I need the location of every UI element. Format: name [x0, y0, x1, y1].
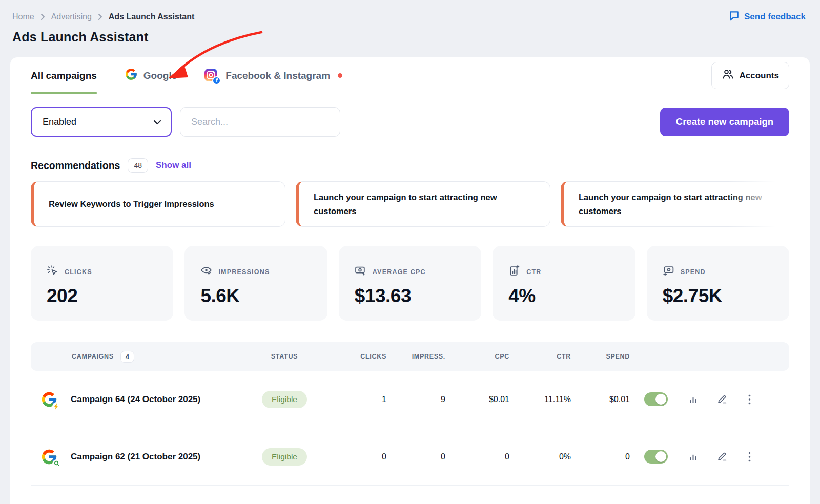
- metric-label: SPEND: [681, 268, 706, 276]
- ads-launch-assistant-screen: Home Advertising Ads Launch Assistant Se…: [0, 0, 820, 504]
- spend-value: 0: [574, 452, 633, 461]
- tab-facebook-label: Facebook & Instagram: [225, 70, 330, 81]
- tab-facebook-instagram[interactable]: f Facebook & Instagram: [204, 57, 342, 94]
- top-bar: Home Advertising Ads Launch Assistant Se…: [0, 0, 820, 24]
- header-campaigns: CAMPAIGNS: [72, 353, 114, 360]
- tab-google-label: Google: [144, 70, 177, 81]
- cursor-click-icon: [47, 265, 58, 279]
- header-clicks: CLICKS: [318, 353, 389, 360]
- recommendation-cards: Review Keywords to Trigger Impressions L…: [31, 181, 789, 227]
- recommendation-text: Review Keywords to Trigger Impressions: [49, 197, 214, 211]
- show-all-link[interactable]: Show all: [156, 160, 191, 171]
- metric-label: IMPRESSIONS: [218, 268, 270, 276]
- campaigns-count-badge: 4: [120, 351, 134, 363]
- metric-value: $13.63: [355, 285, 481, 307]
- ctr-value: 11.11%: [512, 395, 574, 404]
- impressions-value: 0: [389, 452, 448, 461]
- recommendation-text: Launch your campaign to start attracting…: [579, 191, 789, 218]
- edit-pencil-icon[interactable]: [707, 451, 737, 462]
- ctr-value: 0%: [512, 452, 574, 461]
- breadcrumb-advertising[interactable]: Advertising: [51, 12, 92, 22]
- search-input[interactable]: [180, 107, 340, 137]
- metric-value: 5.6K: [200, 285, 327, 307]
- metric-value: 202: [47, 285, 173, 307]
- metric-value: 4%: [508, 285, 635, 307]
- magnifier-icon: [52, 459, 61, 468]
- metric-card-average-cpc: AVERAGE CPC $13.63: [339, 246, 481, 321]
- metrics-row: CLICKS 202 IMPRESSIONS 5.6K: [31, 246, 789, 321]
- metric-label: CTR: [526, 268, 541, 276]
- recommendations-count-badge: 48: [128, 158, 148, 173]
- recommendation-card[interactable]: Review Keywords to Trigger Impressions: [31, 181, 285, 227]
- tab-all-campaigns-label: All campaigns: [31, 70, 97, 81]
- campaign-name[interactable]: Campaign 64 (24 October 2025): [71, 394, 200, 405]
- impressions-value: 9: [389, 395, 448, 404]
- money-cursor-icon: [355, 265, 366, 279]
- tabs-row: All campaigns Google f Facebook & Instag…: [31, 57, 789, 94]
- campaigns-panel: All campaigns Google f Facebook & Instag…: [10, 57, 810, 504]
- kebab-menu-icon[interactable]: [737, 394, 762, 405]
- clicks-value: 1: [318, 395, 389, 404]
- breadcrumb: Home Advertising Ads Launch Assistant: [12, 12, 194, 22]
- header-impressions: IMPRESS.: [389, 353, 448, 360]
- recommendation-text: Launch your campaign to start attracting…: [314, 191, 535, 218]
- metric-card-spend: SPEND $2.75K: [647, 246, 789, 321]
- metric-value: $2.75K: [663, 285, 789, 307]
- header-ctr: CTR: [512, 353, 574, 360]
- people-icon: [722, 68, 734, 83]
- status-badge: Eligible: [262, 448, 307, 466]
- table-row: Campaign 64 (24 October 2025) Eligible 1…: [31, 371, 789, 428]
- clicks-value: 0: [318, 452, 389, 461]
- accounts-button[interactable]: Accounts: [711, 62, 789, 89]
- chevron-down-icon: [153, 117, 161, 128]
- status-badge: Eligible: [262, 391, 307, 408]
- send-feedback-button[interactable]: Send feedback: [729, 10, 806, 24]
- breadcrumb-home[interactable]: Home: [12, 12, 34, 22]
- google-search-campaign-icon: [40, 448, 58, 466]
- metric-card-impressions: IMPRESSIONS 5.6K: [184, 246, 327, 321]
- recommendations-header: Recommendations 48 Show all: [31, 158, 789, 173]
- instagram-facebook-icon: f: [204, 69, 220, 83]
- chart-document-icon: [508, 265, 520, 279]
- edit-pencil-icon[interactable]: [707, 394, 737, 405]
- table-row: Campaign 62 (21 October 2025) Eligible 0…: [31, 428, 789, 486]
- money-plus-icon: [663, 265, 674, 279]
- kebab-menu-icon[interactable]: [737, 452, 762, 462]
- status-filter-value: Enabled: [43, 117, 76, 128]
- campaigns-table: CAMPAIGNS 4 STATUS CLICKS IMPRESS. CPC C…: [31, 342, 789, 486]
- breadcrumb-current: Ads Launch Assistant: [109, 12, 194, 22]
- table-header: CAMPAIGNS 4 STATUS CLICKS IMPRESS. CPC C…: [31, 342, 789, 371]
- campaign-name[interactable]: Campaign 62 (21 October 2025): [71, 452, 200, 462]
- cpc-value: 0: [448, 452, 512, 461]
- speech-bubble-icon: [729, 10, 740, 24]
- accounts-button-label: Accounts: [740, 71, 779, 81]
- header-spend: SPEND: [574, 353, 633, 360]
- send-feedback-label: Send feedback: [744, 12, 806, 22]
- bar-chart-icon[interactable]: [679, 394, 707, 405]
- create-new-campaign-button[interactable]: Create new campaign: [660, 108, 789, 136]
- eye-check-icon: [200, 265, 212, 279]
- recommendation-card[interactable]: Launch your campaign to start attracting…: [561, 181, 789, 227]
- campaign-enabled-toggle[interactable]: [644, 450, 668, 464]
- tab-google[interactable]: Google: [125, 57, 177, 94]
- metric-label: AVERAGE CPC: [373, 268, 426, 276]
- recommendations-title: Recommendations: [31, 160, 120, 172]
- recommendation-card[interactable]: Launch your campaign to start attracting…: [296, 181, 550, 227]
- chevron-right-icon: [98, 13, 102, 20]
- chevron-right-icon: [40, 13, 45, 20]
- metric-label: CLICKS: [65, 268, 92, 276]
- lightning-bolt-icon: [52, 402, 61, 411]
- header-cpc: CPC: [448, 353, 512, 360]
- metric-card-clicks: CLICKS 202: [31, 246, 173, 321]
- cpc-value: $0.01: [448, 395, 512, 404]
- google-g-icon: [125, 68, 138, 83]
- bar-chart-icon[interactable]: [679, 452, 707, 462]
- page-title: Ads Launch Assistant: [12, 30, 820, 45]
- status-filter-select[interactable]: Enabled: [31, 107, 172, 137]
- filter-row: Enabled Create new campaign: [31, 107, 789, 137]
- metric-card-ctr: CTR 4%: [493, 246, 635, 321]
- spend-value: $0.01: [574, 395, 633, 404]
- tab-all-campaigns[interactable]: All campaigns: [31, 57, 97, 94]
- header-status: STATUS: [251, 353, 318, 360]
- campaign-enabled-toggle[interactable]: [644, 392, 668, 406]
